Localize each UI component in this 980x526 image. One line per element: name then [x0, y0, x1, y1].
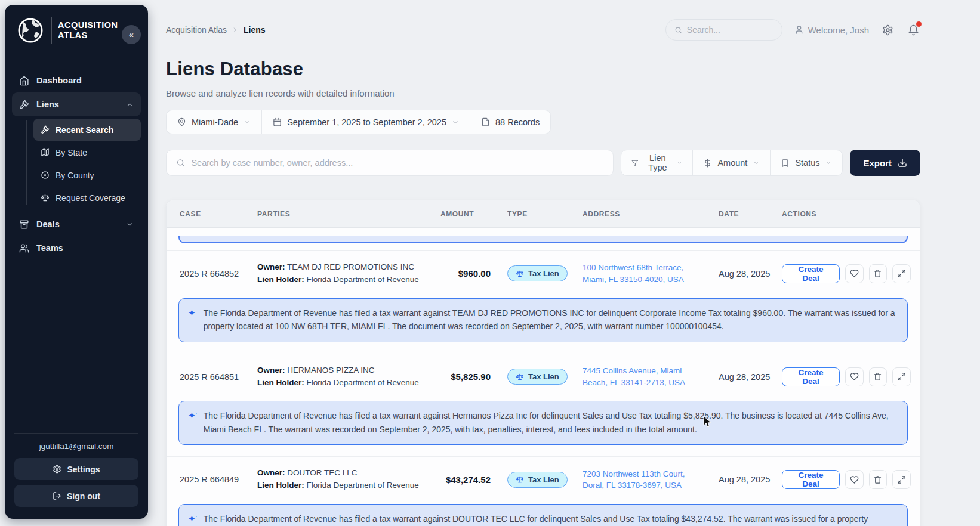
address-link[interactable]: 7445 Collins Avenue, Miami Beach, FL 331… [583, 365, 705, 388]
sparkle-icon: ✦∙ [188, 512, 197, 526]
sign-out-label: Sign out [67, 491, 100, 501]
row-actions: Create Deal [782, 470, 911, 489]
funnel-icon [631, 159, 638, 168]
archive-box-icon [19, 219, 29, 230]
sparkle-icon: ✦∙ [188, 409, 197, 436]
clipped-summary-box [178, 236, 908, 243]
column-header-actions: ACTIONS [782, 210, 907, 218]
favorite-button[interactable] [845, 264, 864, 283]
sign-out-icon [53, 491, 61, 500]
sign-out-button[interactable]: Sign out [14, 485, 138, 507]
breadcrumb: Acquisition Atlas Liens [166, 25, 266, 35]
sparkle-icon: ✦∙ [188, 307, 197, 333]
table-search[interactable] [166, 150, 614, 176]
brand-name: ACQUISITION ATLAS [58, 20, 118, 41]
breadcrumb-current: Liens [244, 25, 266, 35]
amount-value: $960.00 [440, 268, 494, 279]
favorite-button[interactable] [845, 470, 864, 489]
global-search-input[interactable] [687, 25, 773, 35]
sidebar-item-teams[interactable]: Teams [12, 236, 141, 260]
archive-button[interactable] [869, 367, 887, 386]
ai-summary-text: The Florida Department of Revenue has fi… [204, 512, 897, 526]
lien-type-badge: Tax Lien [507, 472, 568, 488]
parties-cell: Owner: TEAM DJ RED PROMOTIONS INC Lien H… [257, 261, 440, 286]
scales-icon [516, 475, 524, 484]
create-deal-button[interactable]: Create Deal [782, 264, 840, 283]
sidebar-item-deals[interactable]: Deals [12, 212, 141, 236]
main-content: Acquisition Atlas Liens Welcome, Josh [166, 0, 920, 526]
lien-holder-label: Lien Holder: [257, 378, 304, 387]
sidebar-item-liens[interactable]: Liens [12, 92, 141, 116]
case-number: 2025 R 664852 [180, 269, 257, 279]
sidebar-item-dashboard[interactable]: Dashboard [12, 69, 141, 92]
search-icon [674, 26, 682, 35]
table-search-input[interactable] [191, 158, 603, 168]
bookmark-icon [781, 159, 790, 168]
sidebar-item-label: Recent Search [56, 125, 113, 135]
column-header-parties: PARTIES [257, 210, 440, 218]
calendar-icon [273, 117, 282, 126]
create-deal-button[interactable]: Create Deal [782, 367, 840, 386]
owner-label: Owner: [257, 262, 285, 271]
chevron-down-icon [677, 159, 682, 166]
breadcrumb-root[interactable]: Acquisition Atlas [166, 25, 227, 35]
sidebar-item-by-county[interactable]: By County [33, 164, 141, 186]
sidebar-item-label: Request Coverage [56, 193, 125, 203]
chevron-down-icon [452, 119, 459, 126]
trash-icon [873, 269, 882, 278]
sidebar-footer: jguttilla1@gmail.com Settings Sign out [5, 433, 148, 512]
export-button[interactable]: Export [850, 150, 920, 176]
notifications-button[interactable] [907, 22, 920, 38]
status-filter[interactable]: Status [770, 150, 842, 175]
global-search[interactable] [665, 19, 782, 41]
liens-table-card: CASE PARTIES AMOUNT TYPE ADDRESS DATE AC… [166, 200, 920, 526]
search-icon [176, 158, 185, 168]
sidebar-item-recent-search[interactable]: Recent Search [33, 119, 141, 141]
lien-type-badge: Tax Lien [507, 369, 568, 385]
sidebar-item-label: Dashboard [36, 76, 82, 85]
owner-label: Owner: [257, 366, 285, 375]
column-header-type: TYPE [494, 210, 583, 218]
gear-icon [882, 24, 893, 36]
user-menu[interactable]: Welcome, Josh [794, 25, 869, 35]
county-chip[interactable]: Miami-Dade [167, 110, 261, 134]
gavel-icon [41, 125, 50, 134]
lien-type-badge-label: Tax Lien [528, 475, 559, 484]
sidebar-item-request-coverage[interactable]: Request Coverage [33, 187, 141, 209]
map-icon [41, 148, 50, 157]
date-range-chip[interactable]: September 1, 2025 to September 2, 2025 [261, 110, 470, 134]
expand-icon [897, 372, 906, 381]
table-row: 2025 R 664849 Owner: DOUTOR TEC LLC Lien… [167, 457, 920, 502]
amount-filter[interactable]: Amount [692, 150, 770, 175]
lien-type-badge: Tax Lien [507, 265, 568, 281]
settings-icon-button[interactable] [881, 22, 895, 38]
expand-button[interactable] [892, 470, 911, 489]
chevron-right-icon [232, 26, 239, 33]
archive-button[interactable] [869, 264, 887, 283]
owner-value: DOUTOR TEC LLC [287, 468, 357, 477]
trash-icon [873, 475, 882, 484]
sidebar-collapse-button[interactable]: « [122, 25, 141, 44]
lien-holder-label: Lien Holder: [257, 481, 304, 490]
settings-button[interactable]: Settings [14, 458, 138, 480]
table-header-row: CASE PARTIES AMOUNT TYPE ADDRESS DATE AC… [167, 200, 920, 228]
expand-button[interactable] [892, 367, 911, 386]
expand-button[interactable] [892, 264, 911, 283]
export-label: Export [863, 158, 892, 168]
sidebar-item-label: By State [56, 148, 87, 157]
address-link[interactable]: 100 Northwest 68th Terrace, Miami, FL 33… [583, 262, 705, 285]
chevron-down-icon [825, 159, 832, 166]
favorite-button[interactable] [845, 367, 864, 386]
ai-summary-box: ✦∙ The Florida Department of Revenue has… [178, 504, 908, 526]
sidebar-item-by-state[interactable]: By State [33, 141, 141, 163]
archive-button[interactable] [869, 470, 887, 489]
scales-icon [516, 373, 524, 381]
record-date: Aug 28, 2025 [719, 372, 782, 382]
sidebar-item-label: By County [56, 171, 94, 180]
create-deal-button[interactable]: Create Deal [782, 470, 840, 489]
address-link[interactable]: 7203 Northwest 113th Court, Doral, FL 33… [583, 468, 705, 491]
lien-type-filter[interactable]: Lien Type [621, 150, 692, 175]
sidebar-nav: Dashboard Liens Recent Search By State [5, 69, 148, 260]
heart-icon [850, 475, 859, 484]
lien-holder-label: Lien Holder: [257, 275, 304, 284]
